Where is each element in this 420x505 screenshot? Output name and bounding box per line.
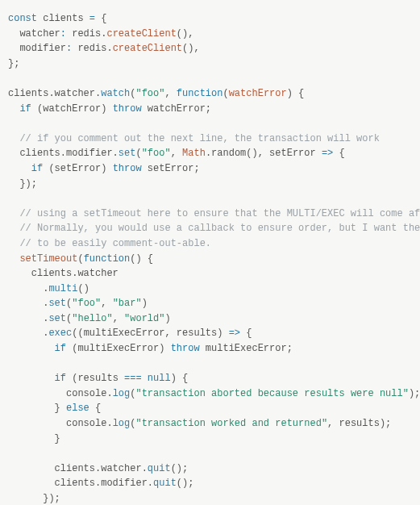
code-line: // using a setTimeout here to ensure tha…	[8, 207, 412, 222]
code-line	[8, 191, 412, 207]
code-line	[8, 71, 412, 86]
code-line: if (watchError) throw watchError;	[8, 102, 412, 117]
code-line: .set("hello", "world")	[8, 311, 412, 327]
code-line: // if you comment out the next line, the…	[8, 131, 412, 147]
code-line: if (setError) throw setError;	[8, 161, 412, 177]
code-block: const clients = { watcher: redis.createC…	[8, 11, 412, 505]
code-line: } else {	[8, 401, 412, 416]
code-line	[8, 446, 412, 461]
code-line: modifier: redis.createClient(),	[8, 41, 412, 56]
code-line: .exec((multiExecError, results) => {	[8, 326, 412, 341]
code-line: .multi()	[8, 282, 412, 297]
code-line: setTimeout(function() {	[8, 252, 412, 267]
code-line: watcher: redis.createClient(),	[8, 27, 412, 42]
code-line: clients.modifier.set("foo", Math.random(…	[8, 146, 412, 161]
code-line: const clients = {	[8, 11, 412, 27]
code-line: };	[8, 56, 412, 72]
code-line: }	[8, 432, 412, 447]
code-line: if (multiExecError) throw multiExecError…	[8, 341, 412, 357]
code-line: if (results === null) {	[8, 371, 412, 386]
code-line: clients.watcher.watch("foo", function(wa…	[8, 86, 412, 102]
code-line: // Normally, you would use a callback to…	[8, 221, 412, 236]
code-line: clients.watcher	[8, 266, 412, 282]
code-line: });	[8, 491, 412, 505]
code-line	[8, 357, 412, 372]
code-line: });	[8, 177, 412, 192]
code-line: // to be easily comment-out-able.	[8, 236, 412, 252]
code-line: console.log("transaction worked and retu…	[8, 416, 412, 432]
code-line: console.log("transaction aborted because…	[8, 386, 412, 402]
code-line: clients.modifier.quit();	[8, 476, 412, 491]
code-line	[8, 116, 412, 131]
code-line: clients.watcher.quit();	[8, 461, 412, 477]
code-line: .set("foo", "bar")	[8, 296, 412, 311]
